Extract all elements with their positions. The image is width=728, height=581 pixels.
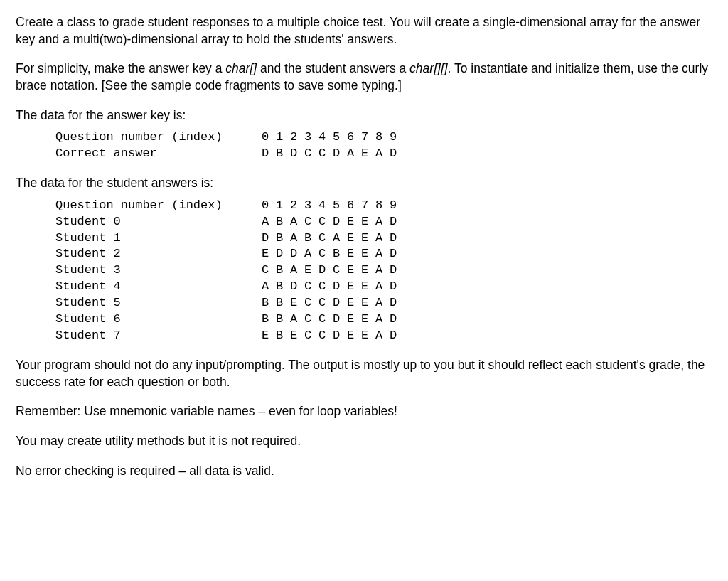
- cell: D: [390, 230, 404, 247]
- table-row: Student 6BBACCDEEAD: [55, 311, 712, 328]
- student-answers-heading: The data for the student answers is:: [16, 175, 712, 192]
- cell: 7: [361, 198, 375, 214]
- cell: A: [375, 279, 390, 295]
- cell: A: [375, 311, 390, 328]
- row-label: Student 1: [55, 230, 262, 247]
- cell: C: [318, 146, 333, 162]
- cell: E: [361, 246, 375, 262]
- row-values: 0123456789: [262, 198, 404, 214]
- row-values: BBECCDEEAD: [262, 295, 404, 311]
- cell: D: [333, 214, 347, 230]
- table-row: Question number (index)0123456789: [55, 198, 712, 214]
- cell: B: [276, 311, 290, 328]
- cell: A: [262, 279, 276, 295]
- cell: C: [318, 295, 333, 311]
- p2-char1: char[]: [225, 61, 257, 75]
- row-label: Student 0: [55, 214, 262, 230]
- cell: C: [304, 146, 318, 162]
- row-values: DBABCAEEAD: [262, 230, 404, 247]
- cell: 1: [276, 129, 290, 146]
- cell: C: [304, 214, 318, 230]
- cell: E: [290, 295, 304, 311]
- cell: C: [318, 214, 333, 230]
- cell: D: [390, 214, 404, 230]
- cell: 2: [290, 198, 304, 214]
- cell: B: [262, 295, 276, 311]
- cell: 8: [375, 198, 390, 214]
- cell: 0: [262, 129, 276, 146]
- cell: 4: [318, 198, 333, 214]
- row-label: Question number (index): [55, 198, 262, 214]
- row-label: Question number (index): [55, 129, 262, 146]
- cell: E: [347, 295, 361, 311]
- cell: 0: [262, 198, 276, 214]
- cell: C: [318, 328, 333, 344]
- cell: B: [276, 279, 290, 295]
- table-row: Student 0ABACCDEEAD: [55, 214, 712, 230]
- cell: E: [347, 214, 361, 230]
- row-values: ABACCDEEAD: [262, 214, 404, 230]
- cell: E: [361, 146, 375, 162]
- row-values: CBAEDCEEAD: [262, 262, 404, 279]
- row-values: 0123456789: [262, 129, 404, 146]
- cell: D: [390, 328, 404, 344]
- cell: D: [390, 246, 404, 262]
- cell: A: [290, 214, 304, 230]
- cell: D: [276, 246, 290, 262]
- cell: B: [276, 146, 290, 162]
- cell: D: [290, 279, 304, 295]
- row-label: Student 6: [55, 311, 262, 328]
- mnemonic-paragraph: Remember: Use mnemonic variable names – …: [16, 403, 712, 420]
- cell: B: [276, 295, 290, 311]
- table-row: Student 1DBABCAEEAD: [55, 230, 712, 247]
- table-row: Student 5BBECCDEEAD: [55, 295, 712, 311]
- cell: C: [318, 246, 333, 262]
- cell: 9: [390, 198, 404, 214]
- cell: D: [333, 279, 347, 295]
- cell: 5: [333, 198, 347, 214]
- intro-paragraph-2: For simplicity, make the answer key a ch…: [16, 60, 712, 94]
- cell: B: [276, 328, 290, 344]
- cell: 2: [290, 129, 304, 146]
- cell: E: [361, 279, 375, 295]
- row-values: BBACCDEEAD: [262, 311, 404, 328]
- cell: B: [333, 246, 347, 262]
- cell: C: [318, 279, 333, 295]
- cell: C: [262, 262, 276, 279]
- row-values: DBDCCDAEAD: [262, 146, 404, 162]
- row-label: Student 4: [55, 279, 262, 295]
- cell: D: [390, 295, 404, 311]
- cell: E: [347, 311, 361, 328]
- cell: E: [347, 328, 361, 344]
- cell: A: [347, 146, 361, 162]
- cell: A: [290, 262, 304, 279]
- cell: E: [347, 262, 361, 279]
- cell: D: [390, 146, 404, 162]
- cell: E: [290, 328, 304, 344]
- row-label: Student 5: [55, 295, 262, 311]
- table-row: Student 4ABDCCDEEAD: [55, 279, 712, 295]
- cell: E: [361, 262, 375, 279]
- cell: C: [304, 279, 318, 295]
- cell: A: [375, 214, 390, 230]
- cell: A: [375, 230, 390, 247]
- p2-char2: char[][]: [410, 61, 448, 75]
- table-row: Student 2EDDACBEEAD: [55, 246, 712, 262]
- cell: 3: [304, 129, 318, 146]
- cell: E: [347, 230, 361, 247]
- cell: C: [304, 328, 318, 344]
- cell: D: [333, 146, 347, 162]
- cell: E: [262, 328, 276, 344]
- cell: E: [304, 262, 318, 279]
- cell: 6: [347, 129, 361, 146]
- p2-prefix: For simplicity, make the answer key a: [16, 61, 225, 75]
- cell: 1: [276, 198, 290, 214]
- cell: 5: [333, 129, 347, 146]
- cell: 6: [347, 198, 361, 214]
- cell: A: [304, 246, 318, 262]
- cell: D: [318, 262, 333, 279]
- cell: 3: [304, 198, 318, 214]
- error-checking-paragraph: No error checking is required – all data…: [16, 463, 712, 480]
- cell: D: [262, 230, 276, 247]
- cell: 9: [390, 129, 404, 146]
